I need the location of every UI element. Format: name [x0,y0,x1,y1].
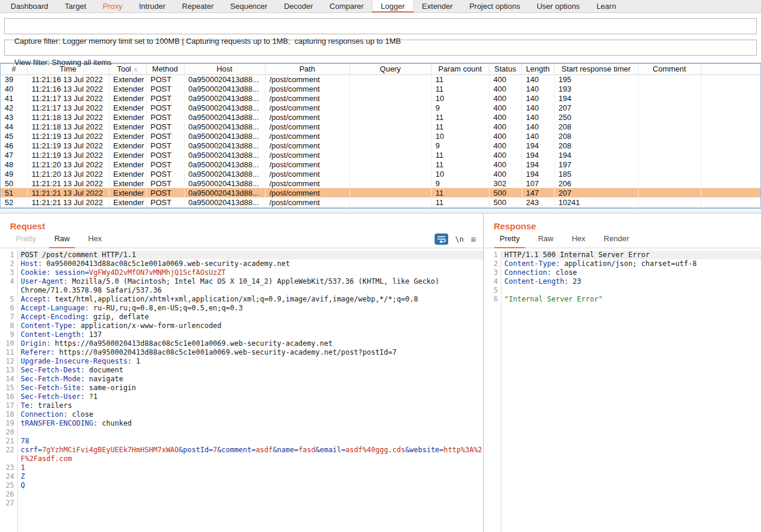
log-row-45[interactable]: 4511:21:19 13 Jul 2022ExtenderPOST0a9500… [1,131,761,141]
line-number: 14 [0,375,18,384]
cell-tool: Extender [109,74,146,84]
menu-tab-logger[interactable]: Logger [372,0,413,12]
line-number: 6 [0,304,18,313]
request-line-21: 2178 [0,437,483,446]
cell-path: /post/comment [265,197,349,207]
cell-time: 11:21:21 13 Jul 2022 [27,197,109,207]
log-row-48[interactable]: 4811:21:20 13 Jul 2022ExtenderPOST0a9500… [1,160,761,169]
log-row-47[interactable]: 4711:21:19 13 Jul 2022ExtenderPOST0a9500… [1,150,761,160]
request-tabs: PrettyRawHex \n ≡ [0,231,483,248]
cell-length: 140 [522,103,554,112]
menu-tab-dashboard[interactable]: Dashboard [2,0,57,12]
menu-tab-proxy[interactable]: Proxy [95,0,131,12]
response-tab-pretty[interactable]: Pretty [494,234,525,248]
menu-tab-intruder[interactable]: Intruder [131,0,174,12]
column-header-host[interactable]: Host [184,64,265,74]
menu-tab-project-options[interactable]: Project options [461,0,529,12]
request-line-16: 16Sec-Fetch-User: ?1 [0,392,483,401]
column-header-start-response-timer[interactable]: Start response timer [554,64,638,74]
column-header-param-count[interactable]: Param count [431,64,489,74]
newline-icon[interactable]: \n [455,235,464,244]
menu-tab-repeater[interactable]: Repeater [174,0,222,12]
soft-wrap-toggle-icon[interactable] [435,233,448,245]
line-text: Sec-Fetch-Dest: document [18,366,483,375]
request-tab-hex[interactable]: Hex [83,234,107,248]
log-row-51[interactable]: 5111:21:21 13 Jul 2022ExtenderPOST0a9500… [1,188,761,197]
cell-num: 45 [1,131,27,141]
sort-asc-icon: ∧ [131,66,138,73]
cell-tool: Extender [109,197,146,207]
line-text: Referer: https://0a9500020413d88ac08c5c1… [18,348,483,357]
cell-param-count: 10 [431,169,489,179]
menu-tab-comparer[interactable]: Comparer [321,0,372,12]
column-header-comment[interactable]: Comment [638,64,701,74]
response-tab-render[interactable]: Render [598,234,634,248]
column-header-length[interactable]: Length [522,64,554,74]
response-line-2: 2Content-Type: application/json; charset… [484,259,761,268]
request-line-24: 24Z [0,472,483,481]
cell-comment [638,141,701,150]
line-text: Content-Type: application/json; charset=… [501,259,761,268]
menu-tab-sequencer[interactable]: Sequencer [222,0,276,12]
line-text: POST /post/comment HTTP/1.1 [18,251,483,259]
cell-time: 11:21:19 13 Jul 2022 [27,150,109,160]
log-row-43[interactable]: 4311:21:18 13 Jul 2022ExtenderPOST0a9500… [1,112,761,122]
log-row-42[interactable]: 4211:21:17 13 Jul 2022ExtenderPOST0a9500… [1,103,761,112]
cell-path: /post/comment [265,188,349,197]
column-header-tool[interactable]: Tool∧ [109,64,146,74]
cell-comment [638,169,701,179]
editor-menu-icon[interactable]: ≡ [471,235,476,244]
menu-tab-decoder[interactable]: Decoder [276,0,321,12]
column-header-status[interactable]: Status [489,64,522,74]
cell-path: /post/comment [265,112,349,122]
response-tab-hex[interactable]: Hex [566,234,591,248]
cell-length: 140 [522,131,554,141]
horizontal-splitter[interactable] [0,209,761,213]
cell-num: 44 [1,122,27,131]
menu-tab-target[interactable]: Target [57,0,95,12]
cell-query [349,93,431,103]
capture-filter-bar[interactable]: Capture filter: Logger memory limit set … [4,18,757,34]
request-tab-pretty[interactable]: Pretty [11,234,41,248]
cell-length: 140 [522,112,554,122]
cell-tool: Extender [109,160,146,169]
log-row-44[interactable]: 4411:21:18 13 Jul 2022ExtenderPOST0a9500… [1,122,761,131]
line-number: 2 [484,259,501,268]
log-row-49[interactable]: 4911:21:20 13 Jul 2022ExtenderPOST0a9500… [1,169,761,179]
response-editor[interactable]: 1HTTP/1.1 500 Internal Server Error2Cont… [484,248,761,532]
line-number: 4 [484,277,501,286]
cell-status: 400 [489,93,522,103]
cell-host: 0a9500020413d88... [184,150,265,160]
line-text: "Internal Server Error" [501,295,761,304]
cell-status: 400 [489,131,522,141]
request-line-1: 1POST /post/comment HTTP/1.1 [0,251,483,259]
line-text [501,286,761,295]
menu-tab-learn[interactable]: Learn [588,0,624,12]
request-line-17: 17Te: trailers [0,401,483,410]
cell-time: 11:21:18 13 Jul 2022 [27,122,109,131]
log-row-39[interactable]: 3911:21:16 13 Jul 2022ExtenderPOST0a9500… [1,74,761,84]
log-row-41[interactable]: 4111:21:17 13 Jul 2022ExtenderPOST0a9500… [1,93,761,103]
cell-host: 0a9500020413d88... [184,103,265,112]
line-number: 18 [0,410,18,419]
response-tab-raw[interactable]: Raw [533,234,559,248]
response-line-5: 5 [484,286,761,295]
cell-comment [638,160,701,169]
response-line-6: 6"Internal Server Error" [484,295,761,304]
request-editor[interactable]: 1POST /post/comment HTTP/1.12Host: 0a950… [0,248,483,532]
column-header-query[interactable]: Query [349,64,431,74]
cell-param-count: 11 [431,150,489,160]
cell-query [349,169,431,179]
log-row-46[interactable]: 4611:21:19 13 Jul 2022ExtenderPOST0a9500… [1,141,761,150]
request-line-25: 25Q [0,481,483,490]
cell-timer: 206 [554,179,638,188]
request-tab-raw[interactable]: Raw [49,234,75,248]
log-row-52[interactable]: 5211:21:21 13 Jul 2022ExtenderPOST0a9500… [1,197,761,207]
column-header-path[interactable]: Path [265,64,349,74]
line-number: 20 [0,428,18,437]
column-header-method[interactable]: Method [146,64,184,74]
menu-tab-extender[interactable]: Extender [414,0,461,12]
log-row-50[interactable]: 5011:21:21 13 Jul 2022ExtenderPOST0a9500… [1,179,761,188]
log-row-40[interactable]: 4011:21:16 13 Jul 2022ExtenderPOST0a9500… [1,84,761,93]
menu-tab-user-options[interactable]: User options [529,0,588,12]
